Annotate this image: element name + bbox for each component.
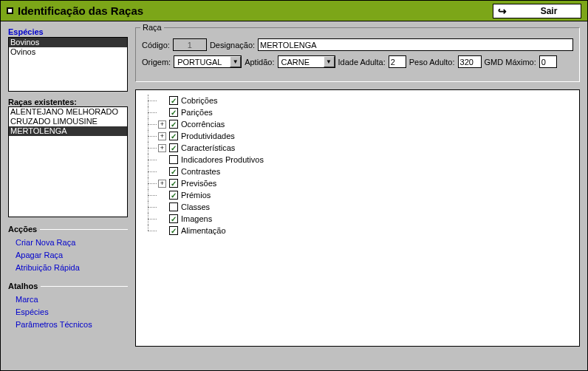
- codigo-input: [173, 38, 207, 51]
- chevron-down-icon: ▼: [230, 56, 241, 67]
- main-panel: Raça Código: Designação: Origem: PORTUGA…: [132, 21, 587, 370]
- peso-label: Peso Adulto:: [409, 58, 455, 67]
- shortcut-link[interactable]: Parâmetros Técnicos: [16, 319, 128, 331]
- actions-list: Criar Nova RaçaApagar RaçaAtribuição Ráp…: [8, 234, 128, 274]
- race-item[interactable]: CRUZADO LIMOUSINE: [9, 117, 127, 126]
- origem-select[interactable]: PORTUGAL ▼: [174, 55, 242, 68]
- tree-item[interactable]: +Ocorrências: [139, 118, 576, 130]
- tree-item-label: Classes: [181, 202, 210, 211]
- exit-button[interactable]: ↪ Sair: [493, 4, 581, 18]
- action-link[interactable]: Criar Nova Raça: [16, 236, 128, 249]
- tree-item-label: Alimentação: [181, 226, 226, 235]
- tree-item-label: Prémios: [181, 191, 211, 200]
- idade-input[interactable]: [389, 55, 406, 68]
- tree-item[interactable]: Prémios: [139, 189, 576, 201]
- species-listbox[interactable]: BovinosOvinos: [8, 37, 128, 92]
- idade-label: Idade Adulta:: [338, 58, 386, 67]
- aptidao-select[interactable]: CARNE ▼: [278, 55, 335, 68]
- tree-item[interactable]: +Características: [139, 142, 576, 154]
- race-item[interactable]: MERTOLENGA: [9, 126, 127, 136]
- exit-label: Sair: [522, 6, 576, 16]
- tree: CobriçõesParições+Ocorrências+Produtivid…: [139, 95, 576, 236]
- tree-item-label: Características: [181, 143, 235, 152]
- tree-item-label: Contrastes: [181, 167, 220, 176]
- races-listbox[interactable]: ALENTEJANO MELHORADOCRUZADO LIMOUSINEMER…: [8, 106, 128, 217]
- checkbox[interactable]: [169, 167, 178, 176]
- tree-item-label: Imagens: [181, 214, 212, 223]
- sidebar: Espécies BovinosOvinos Raças existentes:…: [1, 21, 132, 370]
- checkbox[interactable]: [169, 120, 178, 129]
- race-item[interactable]: ALENTEJANO MELHORADO: [9, 107, 127, 117]
- tree-item-label: Cobrições: [181, 96, 218, 105]
- gmd-input[interactable]: [539, 55, 557, 68]
- tree-item[interactable]: +Produtividades: [139, 130, 576, 142]
- action-link[interactable]: Atribuição Rápida: [16, 262, 128, 274]
- checkbox[interactable]: [169, 202, 178, 211]
- tree-box[interactable]: CobriçõesParições+Ocorrências+Produtivid…: [135, 89, 580, 347]
- shortcuts-title: Atalhos: [8, 282, 128, 290]
- exit-icon: ↪: [498, 5, 507, 17]
- checkbox[interactable]: [169, 214, 178, 223]
- window-title: Identificação das Raças: [18, 4, 493, 17]
- tree-item[interactable]: Contrastes: [139, 166, 576, 177]
- shortcuts-list: MarcaEspéciesParâmetros Técnicos: [8, 290, 128, 331]
- body: Espécies BovinosOvinos Raças existentes:…: [1, 21, 587, 370]
- checkbox[interactable]: [169, 179, 178, 188]
- species-item[interactable]: Bovinos: [9, 38, 127, 47]
- tree-item[interactable]: Parições: [139, 106, 576, 118]
- gmd-label: GMD Máximo:: [485, 58, 536, 67]
- races-title: Raças existentes:: [8, 98, 128, 106]
- species-title: Espécies: [8, 27, 128, 36]
- checkbox[interactable]: [169, 132, 178, 140]
- tree-item[interactable]: Classes: [139, 201, 576, 213]
- designacao-input[interactable]: [258, 38, 573, 51]
- checkbox[interactable]: [169, 108, 178, 117]
- expand-icon[interactable]: +: [158, 144, 166, 152]
- tree-item-label: Ocorrências: [181, 120, 225, 129]
- checkbox[interactable]: [169, 191, 178, 200]
- aptidao-label: Aptidão:: [245, 58, 274, 67]
- shortcut-link[interactable]: Marca: [16, 293, 128, 306]
- checkbox[interactable]: [169, 155, 178, 164]
- tree-item[interactable]: Imagens: [139, 213, 576, 225]
- species-item[interactable]: Ovinos: [9, 47, 127, 57]
- titlebar: Identificação das Raças ↪ Sair: [1, 1, 587, 21]
- peso-input[interactable]: [458, 55, 482, 68]
- checkbox[interactable]: [169, 226, 178, 235]
- tree-item[interactable]: Cobrições: [139, 95, 576, 106]
- shortcut-link[interactable]: Espécies: [16, 306, 128, 319]
- main-window: Identificação das Raças ↪ Sair Espécies …: [0, 0, 588, 371]
- actions-title: Acções: [8, 225, 128, 234]
- checkbox[interactable]: [169, 143, 178, 152]
- tree-item[interactable]: Alimentação: [139, 225, 576, 236]
- race-fieldset: Raça Código: Designação: Origem: PORTUGA…: [135, 27, 580, 82]
- tree-item[interactable]: Indicadores Produtivos: [139, 154, 576, 166]
- race-legend: Raça: [140, 23, 164, 32]
- origem-label: Origem:: [142, 58, 171, 67]
- expand-icon[interactable]: +: [158, 132, 166, 140]
- tree-item-label: Produtividades: [181, 132, 235, 140]
- chevron-down-icon: ▼: [324, 56, 335, 67]
- tree-item-label: Indicadores Produtivos: [181, 155, 264, 164]
- expand-icon[interactable]: +: [158, 180, 166, 188]
- checkbox[interactable]: [169, 96, 178, 105]
- tree-item-label: Parições: [181, 108, 213, 117]
- tree-item-label: Previsões: [181, 179, 216, 188]
- app-icon: [7, 7, 13, 14]
- action-link[interactable]: Apagar Raça: [16, 249, 128, 262]
- designacao-label: Designação:: [210, 41, 255, 50]
- expand-icon[interactable]: +: [158, 120, 166, 129]
- codigo-label: Código:: [142, 41, 170, 50]
- tree-item[interactable]: +Previsões: [139, 177, 576, 189]
